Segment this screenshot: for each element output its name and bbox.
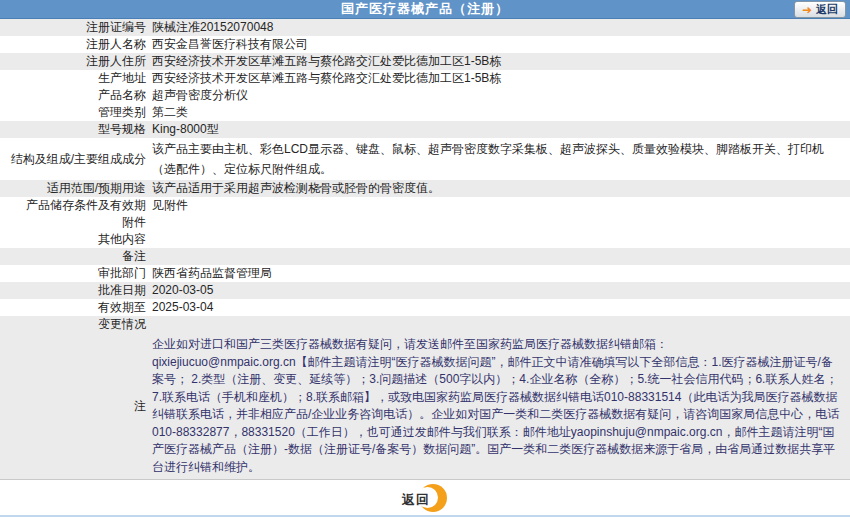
row-value: 陕械注准20152070048 (152, 19, 850, 36)
row-label: 注册证编号 (0, 19, 146, 36)
row-value: 见附件 (152, 197, 850, 214)
row-label: 型号规格 (0, 121, 146, 138)
note-text: 企业如对进口和国产三类医疗器械数据有疑问，请发送邮件至国家药监局医疗器械数据纠错… (152, 336, 850, 476)
table-row: 结构及组成/主要组成成分 该产品主要由主机、彩色LCD显示器、键盘、鼠标、超声骨… (0, 138, 850, 180)
row-value: 西安经济技术开发区草滩五路与蔡伦路交汇处爱比德加工区1-5B栋 (152, 70, 850, 87)
footer: 返回 (0, 480, 850, 516)
row-label: 产品储存条件及有效期 (0, 197, 146, 214)
row-label: 生产地址 (0, 70, 146, 87)
table-row: 备注 (0, 248, 850, 265)
row-value: 该产品主要由主机、彩色LCD显示器、键盘、鼠标、超声骨密度数字采集板、超声波探头… (152, 139, 850, 179)
table-row: 适用范围/预期用途 该产品适用于采用超声波检测桡骨或胫骨的骨密度值。 (0, 180, 850, 197)
title-bar: 国产医疗器械产品（注册） ➜ 返回 (0, 0, 850, 19)
row-value (152, 316, 850, 333)
table-row: 生产地址 西安经济技术开发区草滩五路与蔡伦路交汇处爱比德加工区1-5B栋 (0, 70, 850, 87)
table-row: 产品储存条件及有效期 见附件 (0, 197, 850, 214)
row-value: 第二类 (152, 104, 850, 121)
note-label: 注 (0, 398, 146, 415)
note-row: 注 企业如对进口和国产三类医疗器械数据有疑问，请发送邮件至国家药监局医疗器械数据… (0, 333, 850, 480)
table-row: 注册证编号 陕械注准20152070048 (0, 19, 850, 36)
row-label: 附件 (0, 214, 146, 231)
row-value: 陕西省药品监督管理局 (152, 265, 850, 282)
row-value: 西安经济技术开发区草滩五路与蔡伦路交汇处爱比德加工区1-5B栋 (152, 53, 850, 70)
row-value: 该产品适用于采用超声波检测桡骨或胫骨的骨密度值。 (152, 180, 850, 197)
row-label: 审批部门 (0, 265, 146, 282)
back-button-top[interactable]: ➜ 返回 (794, 1, 846, 18)
row-label: 注册人名称 (0, 36, 146, 53)
table-row: 注册人名称 西安金昌誉医疗科技有限公司 (0, 36, 850, 53)
row-value (152, 231, 850, 248)
back-button-top-label: 返回 (816, 2, 838, 17)
note-body: qixiejiucuo@nmpaic.org.cn【邮件主题请注明“医疗器械数据… (152, 354, 840, 477)
table-row: 管理类别 第二类 (0, 104, 850, 121)
back-button-bottom[interactable]: 返回 (402, 483, 448, 513)
row-label: 结构及组成/主要组成成分 (0, 151, 146, 168)
table-row: 产品名称 超声骨密度分析仪 (0, 87, 850, 104)
table-row: 型号规格 King-8000型 (0, 121, 850, 138)
row-label: 有效期至 (0, 299, 146, 316)
row-label: 备注 (0, 248, 146, 265)
table-row: 变更情况 (0, 316, 850, 333)
table-row: 注册人住所 西安经济技术开发区草滩五路与蔡伦路交汇处爱比德加工区1-5B栋 (0, 53, 850, 70)
page-title: 国产医疗器械产品（注册） (341, 0, 509, 18)
row-value: King-8000型 (152, 121, 850, 138)
table-row: 审批部门 陕西省药品监督管理局 (0, 265, 850, 282)
row-label: 适用范围/预期用途 (0, 180, 146, 197)
row-label: 产品名称 (0, 87, 146, 104)
table-row: 其他内容 (0, 231, 850, 248)
row-value (152, 248, 850, 265)
table-row: 批准日期 2020-03-05 (0, 282, 850, 299)
row-value: 西安金昌誉医疗科技有限公司 (152, 36, 850, 53)
row-label: 其他内容 (0, 231, 146, 248)
row-value: 2020-03-05 (152, 282, 850, 299)
right-arrow-icon: ➜ (802, 4, 812, 16)
table-row: 附件 (0, 214, 850, 231)
back-button-bottom-label: 返回 (402, 491, 430, 509)
row-label: 管理类别 (0, 104, 146, 121)
table-row: 有效期至 2025-03-04 (0, 299, 850, 316)
row-value: 超声骨密度分析仪 (152, 87, 850, 104)
note-line1: 企业如对进口和国产三类医疗器械数据有疑问，请发送邮件至国家药监局医疗器械数据纠错… (152, 336, 840, 354)
row-label: 变更情况 (0, 316, 146, 333)
row-value: 2025-03-04 (152, 299, 850, 316)
row-value (152, 214, 850, 231)
row-label: 批准日期 (0, 282, 146, 299)
row-label: 注册人住所 (0, 53, 146, 70)
